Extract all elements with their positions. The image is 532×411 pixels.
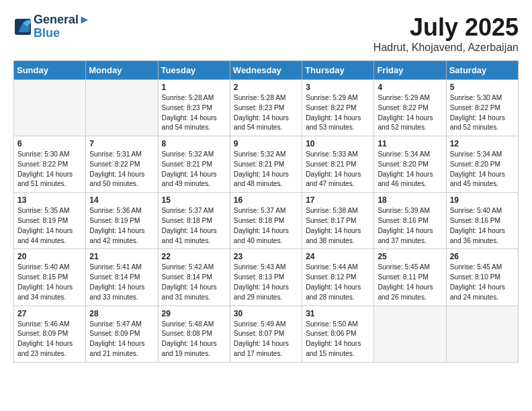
- day-number: 27: [17, 309, 82, 318]
- col-header-saturday: Saturday: [446, 61, 518, 80]
- day-info: Sunrise: 5:37 AMSunset: 8:18 PMDaylight:…: [162, 206, 226, 246]
- calendar-cell: [14, 80, 86, 136]
- day-number: 9: [234, 139, 298, 148]
- day-number: 8: [162, 139, 226, 148]
- col-header-thursday: Thursday: [302, 61, 374, 80]
- day-number: 16: [234, 195, 298, 205]
- page-header: General► Blue July 2025 Hadrut, Khojaven…: [13, 13, 519, 54]
- day-number: 13: [17, 195, 82, 205]
- col-header-tuesday: Tuesday: [158, 61, 230, 80]
- day-number: 10: [306, 139, 370, 148]
- day-number: 2: [234, 83, 298, 92]
- day-number: 18: [378, 195, 442, 205]
- calendar-cell: 28Sunrise: 5:47 AMSunset: 8:09 PMDayligh…: [86, 306, 158, 362]
- calendar-cell: 16Sunrise: 5:37 AMSunset: 8:18 PMDayligh…: [230, 193, 302, 249]
- day-number: 30: [234, 309, 298, 318]
- calendar-cell: 3Sunrise: 5:29 AMSunset: 8:22 PMDaylight…: [302, 80, 374, 136]
- calendar-cell: 20Sunrise: 5:40 AMSunset: 8:15 PMDayligh…: [14, 249, 86, 306]
- calendar-cell: 22Sunrise: 5:42 AMSunset: 8:14 PMDayligh…: [158, 249, 230, 306]
- day-info: Sunrise: 5:46 AMSunset: 8:09 PMDaylight:…: [17, 320, 82, 359]
- day-number: 23: [234, 252, 298, 261]
- day-number: 11: [378, 139, 442, 148]
- calendar-cell: 12Sunrise: 5:34 AMSunset: 8:20 PMDayligh…: [446, 136, 518, 193]
- day-number: 22: [162, 252, 226, 261]
- day-number: 1: [162, 83, 226, 92]
- day-info: Sunrise: 5:47 AMSunset: 8:09 PMDaylight:…: [89, 320, 154, 359]
- day-info: Sunrise: 5:31 AMSunset: 8:22 PMDaylight:…: [89, 150, 154, 189]
- week-row-3: 13Sunrise: 5:35 AMSunset: 8:19 PMDayligh…: [14, 193, 519, 249]
- day-number: 29: [162, 309, 226, 318]
- day-info: Sunrise: 5:28 AMSunset: 8:23 PMDaylight:…: [162, 93, 226, 133]
- day-info: Sunrise: 5:50 AMSunset: 8:06 PMDaylight:…: [306, 320, 370, 359]
- day-info: Sunrise: 5:40 AMSunset: 8:16 PMDaylight:…: [450, 206, 515, 246]
- col-header-sunday: Sunday: [14, 61, 86, 80]
- calendar-cell: 4Sunrise: 5:29 AMSunset: 8:22 PMDaylight…: [374, 80, 446, 136]
- day-info: Sunrise: 5:28 AMSunset: 8:23 PMDaylight:…: [234, 93, 298, 133]
- day-info: Sunrise: 5:30 AMSunset: 8:22 PMDaylight:…: [17, 150, 82, 189]
- day-number: 24: [306, 252, 370, 261]
- month-year-title: July 2025: [373, 13, 519, 42]
- day-number: 6: [17, 139, 82, 148]
- week-row-2: 6Sunrise: 5:30 AMSunset: 8:22 PMDaylight…: [14, 136, 519, 193]
- week-row-4: 20Sunrise: 5:40 AMSunset: 8:15 PMDayligh…: [14, 249, 519, 306]
- day-info: Sunrise: 5:33 AMSunset: 8:21 PMDaylight:…: [306, 150, 370, 189]
- calendar-cell: 6Sunrise: 5:30 AMSunset: 8:22 PMDaylight…: [14, 136, 86, 193]
- day-info: Sunrise: 5:49 AMSunset: 8:07 PMDaylight:…: [234, 320, 298, 359]
- col-header-wednesday: Wednesday: [230, 61, 302, 80]
- day-number: 25: [378, 252, 442, 261]
- day-info: Sunrise: 5:34 AMSunset: 8:20 PMDaylight:…: [450, 150, 515, 189]
- calendar-cell: 19Sunrise: 5:40 AMSunset: 8:16 PMDayligh…: [446, 193, 518, 249]
- col-header-monday: Monday: [86, 61, 158, 80]
- calendar-cell: 27Sunrise: 5:46 AMSunset: 8:09 PMDayligh…: [14, 306, 86, 362]
- day-number: 28: [89, 309, 154, 318]
- calendar-cell: 23Sunrise: 5:43 AMSunset: 8:13 PMDayligh…: [230, 249, 302, 306]
- week-row-1: 1Sunrise: 5:28 AMSunset: 8:23 PMDaylight…: [14, 80, 519, 136]
- col-header-friday: Friday: [374, 61, 446, 80]
- day-info: Sunrise: 5:32 AMSunset: 8:21 PMDaylight:…: [234, 150, 298, 189]
- week-row-5: 27Sunrise: 5:46 AMSunset: 8:09 PMDayligh…: [14, 306, 519, 362]
- day-info: Sunrise: 5:41 AMSunset: 8:14 PMDaylight:…: [89, 263, 154, 302]
- day-number: 31: [306, 309, 370, 318]
- calendar-table: SundayMondayTuesdayWednesdayThursdayFrid…: [13, 60, 519, 363]
- day-number: 5: [450, 83, 515, 92]
- day-info: Sunrise: 5:29 AMSunset: 8:22 PMDaylight:…: [306, 93, 370, 133]
- day-number: 15: [162, 195, 226, 205]
- calendar-cell: 29Sunrise: 5:48 AMSunset: 8:08 PMDayligh…: [158, 306, 230, 362]
- calendar-cell: 14Sunrise: 5:36 AMSunset: 8:19 PMDayligh…: [86, 193, 158, 249]
- calendar-cell: 18Sunrise: 5:39 AMSunset: 8:16 PMDayligh…: [374, 193, 446, 249]
- calendar-cell: 8Sunrise: 5:32 AMSunset: 8:21 PMDaylight…: [158, 136, 230, 193]
- location-subtitle: Hadrut, Khojavend, Azerbaijan: [373, 42, 519, 54]
- day-info: Sunrise: 5:36 AMSunset: 8:19 PMDaylight:…: [89, 206, 154, 246]
- logo-text: General► Blue: [34, 13, 91, 40]
- calendar-cell: 26Sunrise: 5:45 AMSunset: 8:10 PMDayligh…: [446, 249, 518, 306]
- calendar-cell: 31Sunrise: 5:50 AMSunset: 8:06 PMDayligh…: [302, 306, 374, 362]
- day-info: Sunrise: 5:44 AMSunset: 8:12 PMDaylight:…: [306, 263, 370, 302]
- day-number: 17: [306, 195, 370, 205]
- calendar-cell: 7Sunrise: 5:31 AMSunset: 8:22 PMDaylight…: [86, 136, 158, 193]
- calendar-cell: 11Sunrise: 5:34 AMSunset: 8:20 PMDayligh…: [374, 136, 446, 193]
- calendar-cell: 13Sunrise: 5:35 AMSunset: 8:19 PMDayligh…: [14, 193, 86, 249]
- calendar-cell: 5Sunrise: 5:30 AMSunset: 8:22 PMDaylight…: [446, 80, 518, 136]
- calendar-cell: 9Sunrise: 5:32 AMSunset: 8:21 PMDaylight…: [230, 136, 302, 193]
- day-info: Sunrise: 5:43 AMSunset: 8:13 PMDaylight:…: [234, 263, 298, 302]
- calendar-cell: 24Sunrise: 5:44 AMSunset: 8:12 PMDayligh…: [302, 249, 374, 306]
- logo: General► Blue: [13, 13, 91, 40]
- day-info: Sunrise: 5:45 AMSunset: 8:11 PMDaylight:…: [378, 263, 442, 302]
- calendar-cell: [374, 306, 446, 362]
- day-number: 7: [89, 139, 154, 148]
- day-info: Sunrise: 5:42 AMSunset: 8:14 PMDaylight:…: [162, 263, 226, 302]
- title-block: July 2025 Hadrut, Khojavend, Azerbaijan: [373, 13, 519, 54]
- calendar-cell: 21Sunrise: 5:41 AMSunset: 8:14 PMDayligh…: [86, 249, 158, 306]
- calendar-header-row: SundayMondayTuesdayWednesdayThursdayFrid…: [14, 61, 519, 80]
- day-info: Sunrise: 5:32 AMSunset: 8:21 PMDaylight:…: [162, 150, 226, 189]
- day-info: Sunrise: 5:35 AMSunset: 8:19 PMDaylight:…: [17, 206, 82, 246]
- calendar-cell: 10Sunrise: 5:33 AMSunset: 8:21 PMDayligh…: [302, 136, 374, 193]
- day-number: 19: [450, 195, 515, 205]
- calendar-cell: 30Sunrise: 5:49 AMSunset: 8:07 PMDayligh…: [230, 306, 302, 362]
- day-number: 26: [450, 252, 515, 261]
- day-info: Sunrise: 5:45 AMSunset: 8:10 PMDaylight:…: [450, 263, 515, 302]
- day-info: Sunrise: 5:29 AMSunset: 8:22 PMDaylight:…: [378, 93, 442, 133]
- day-number: 12: [450, 139, 515, 148]
- day-number: 3: [306, 83, 370, 92]
- calendar-cell: [86, 80, 158, 136]
